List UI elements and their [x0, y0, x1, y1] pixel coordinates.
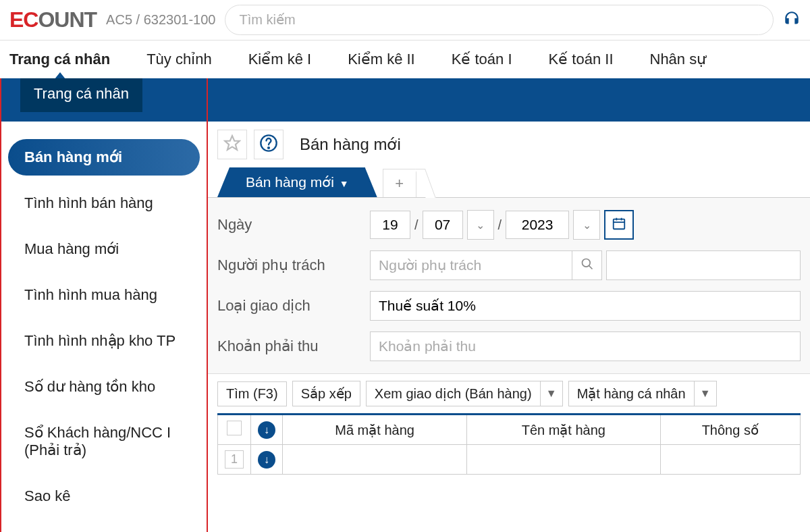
header-item-name[interactable]: Tên mặt hàng	[467, 415, 660, 445]
person-label: Người phụ trách	[217, 257, 370, 274]
date-label: Ngày	[217, 216, 370, 234]
row-down-button[interactable]: ↓	[258, 451, 275, 469]
nav-item-accounting2[interactable]: Kế toán II	[549, 41, 614, 78]
form-area: Ngày / ⌄ / ⌄ Người phụ t	[208, 198, 810, 374]
chevron-down-icon: ▼	[337, 178, 349, 189]
help-button[interactable]	[254, 130, 284, 159]
items-table-wrap: ↓ Mã mặt hàng Tên mặt hàng Thông số ↓	[208, 413, 810, 475]
personal-item-dropdown[interactable]: ▼	[694, 381, 717, 406]
sidebar-item-stock-balance[interactable]: Số dư hàng tồn kho	[8, 369, 200, 405]
main-panel: Bán hàng mới Bán hàng mới ▼ + Ngày / ⌄ /…	[208, 122, 810, 532]
chevron-down-icon: ▼	[700, 388, 711, 400]
sidebar: Trang cá nhân Bán hàng mới Tình hình bán…	[0, 78, 208, 532]
sidebar-item-sales-status[interactable]: Tình hình bán hàng	[8, 185, 200, 221]
year-dropdown-button[interactable]: ⌄	[573, 210, 600, 240]
row-number-input[interactable]	[225, 450, 244, 469]
sidebar-item-statement[interactable]: Sao kê	[8, 478, 200, 514]
items-table: ↓ Mã mặt hàng Tên mặt hàng Thông số ↓	[217, 413, 801, 475]
select-all-checkbox[interactable]	[227, 421, 242, 435]
receivable-label: Khoản phải thu	[217, 338, 370, 355]
svg-point-7	[582, 259, 590, 267]
logo[interactable]: ECOUNT	[9, 8, 97, 32]
type-label: Loại giao dịch	[217, 297, 370, 315]
page-header: Bán hàng mới	[208, 122, 810, 167]
person-extra-input[interactable]	[606, 250, 801, 280]
nav-item-inventory2[interactable]: Kiểm kê II	[348, 41, 415, 78]
view-transaction-button[interactable]: Xem giao dịch (Bán hàng)	[366, 381, 540, 406]
nav-item-hr[interactable]: Nhân sự	[650, 41, 707, 78]
nav-item-personal[interactable]: Trang cá nhân	[9, 41, 110, 78]
sidebar-item-customer-ledger[interactable]: Sổ Khách hàng/NCC I (Phải trả)	[8, 415, 200, 469]
header-item-code[interactable]: Mã mặt hàng	[283, 415, 467, 445]
calendar-icon	[612, 216, 626, 234]
nav-item-customize[interactable]: Tùy chỉnh	[146, 41, 212, 78]
svg-point-2	[268, 147, 269, 149]
nav-item-inventory1[interactable]: Kiểm kê I	[248, 41, 311, 78]
svg-rect-3	[614, 219, 625, 230]
table-row[interactable]: ↓	[218, 445, 801, 475]
sidebar-item-new-sale[interactable]: Bán hàng mới	[8, 139, 200, 176]
sidebar-item-new-purchase[interactable]: Mua hàng mới	[8, 231, 200, 267]
tab-add-button[interactable]: +	[383, 169, 416, 197]
search-wrap	[225, 5, 774, 35]
page-title: Bán hàng mới	[300, 135, 401, 154]
favorite-button[interactable]	[217, 130, 247, 159]
main-nav: Trang cá nhân Tùy chỉnh Kiểm kê I Kiểm k…	[0, 41, 810, 78]
header-spec[interactable]: Thông số	[660, 415, 800, 445]
header-checkbox-cell	[218, 415, 251, 445]
header-down-button[interactable]: ↓	[258, 421, 275, 439]
cell-item-code[interactable]	[283, 445, 467, 475]
sidebar-item-warehouse-in[interactable]: Tình hình nhập kho TP	[8, 323, 200, 359]
star-icon	[223, 134, 241, 155]
search-input[interactable]	[225, 5, 774, 35]
find-button[interactable]: Tìm (F3)	[217, 381, 287, 406]
search-icon	[580, 257, 594, 273]
tabs-row: Bán hàng mới ▼ +	[208, 167, 810, 198]
account-code: AC5 / 632301-100	[106, 12, 215, 28]
cell-spec[interactable]	[660, 445, 800, 475]
svg-line-8	[589, 266, 592, 269]
calendar-button[interactable]	[604, 210, 634, 240]
toolbar: Tìm (F3) Sắp xếp Xem giao dịch (Bán hàng…	[208, 374, 810, 413]
transaction-type-input[interactable]	[370, 291, 801, 321]
sort-button[interactable]: Sắp xếp	[292, 381, 360, 406]
chevron-down-icon: ⌄	[476, 219, 485, 232]
person-search-button[interactable]	[572, 250, 602, 280]
chevron-down-icon: ⌄	[583, 219, 591, 232]
help-icon	[259, 134, 278, 155]
sidebar-item-purchase-status[interactable]: Tình hình mua hàng	[8, 277, 200, 313]
date-month-input[interactable]	[423, 211, 463, 239]
nav-item-accounting1[interactable]: Kế toán I	[452, 41, 512, 78]
tab-new-sale[interactable]: Bán hàng mới ▼	[230, 167, 365, 197]
svg-marker-0	[225, 136, 240, 150]
sidebar-header-tab: Trang cá nhân	[20, 78, 142, 112]
top-bar: ECOUNT AC5 / 632301-100	[0, 0, 810, 41]
date-year-input[interactable]	[506, 211, 569, 239]
personal-item-button[interactable]: Mặt hàng cá nhân	[568, 381, 694, 406]
view-transaction-dropdown[interactable]: ▼	[540, 381, 563, 406]
headset-icon[interactable]	[783, 10, 801, 30]
month-dropdown-button[interactable]: ⌄	[467, 210, 494, 240]
cell-item-name[interactable]	[467, 445, 660, 475]
date-day-input[interactable]	[370, 211, 410, 239]
chevron-down-icon: ▼	[546, 388, 557, 400]
receivable-input[interactable]	[370, 331, 801, 361]
person-input[interactable]	[370, 250, 572, 280]
header-action-cell: ↓	[251, 415, 283, 445]
